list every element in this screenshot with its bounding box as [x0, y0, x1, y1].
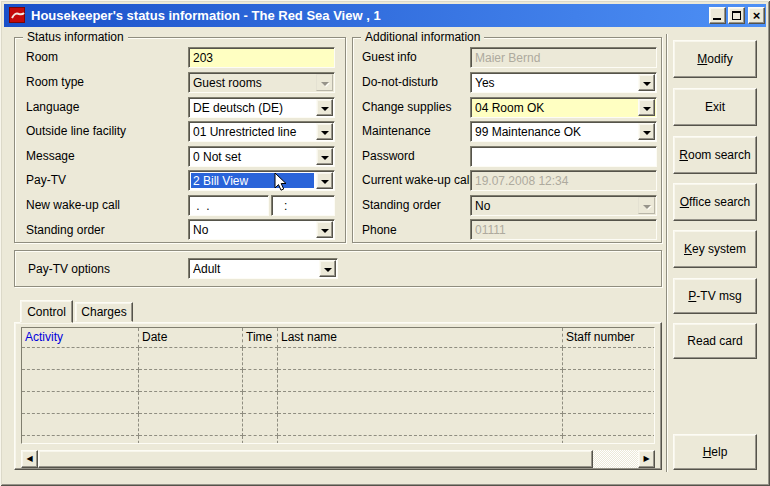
guest-info-value: Maier Bernd	[475, 51, 540, 65]
column-header-date[interactable]: Date	[139, 328, 243, 348]
standing-order-label: Standing order	[26, 223, 105, 237]
office-search-button[interactable]: Office search	[673, 183, 757, 221]
housekeeper-status-window: Housekeeper's status information - The R…	[0, 0, 770, 486]
read-card-button-label: Read card	[687, 334, 742, 348]
tab-control-label: Control	[27, 305, 66, 319]
table-row	[22, 348, 655, 370]
language-label: Language	[26, 100, 79, 114]
room-type-label: Room type	[26, 75, 84, 89]
room-type-value: Guest rooms	[193, 76, 314, 90]
column-header-time[interactable]: Time	[243, 328, 278, 348]
key-system-button[interactable]: Key system	[673, 230, 757, 268]
tab-panel: Activity Date Time Last name Staff numbe…	[14, 322, 662, 470]
scroll-right-icon: ▶	[643, 454, 649, 463]
do-not-disturb-select[interactable]: Yes	[470, 72, 657, 93]
close-button[interactable]: ×	[748, 7, 765, 24]
window-title: Housekeeper's status information - The R…	[31, 8, 381, 23]
change-supplies-select[interactable]: 04 Room OK	[470, 97, 657, 118]
room-input[interactable]: 203	[188, 47, 335, 68]
table-row	[22, 436, 655, 444]
red-sea-logo-icon	[11, 11, 25, 21]
dropdown-arrow-icon	[316, 74, 333, 91]
scroll-left-icon: ◀	[26, 454, 32, 463]
message-select[interactable]: 0 Not set	[188, 146, 335, 167]
current-wake-up-call-input: 19.07.2008 12:34	[470, 170, 657, 191]
dropdown-arrow-icon[interactable]	[638, 123, 655, 140]
phone-label: Phone	[362, 223, 397, 237]
room-type-select: Guest rooms	[188, 72, 335, 93]
pay-tv-select[interactable]: 2 Bill View	[188, 170, 335, 191]
panel-separator	[666, 34, 668, 472]
maximize-button[interactable]	[728, 7, 745, 24]
dropdown-arrow-icon[interactable]	[316, 99, 333, 116]
wake-up-date-mask: . .	[193, 199, 213, 213]
outside-line-facility-label: Outside line facility	[26, 124, 126, 138]
table-row	[22, 392, 655, 414]
table-header-row: Activity Date Time Last name Staff numbe…	[22, 328, 655, 348]
activity-table[interactable]: Activity Date Time Last name Staff numbe…	[21, 327, 655, 444]
scroll-left-button[interactable]: ◀	[21, 450, 38, 468]
additional-group-title: Additional information	[361, 30, 484, 44]
standing-order-value: No	[193, 223, 314, 237]
dropdown-arrow-icon[interactable]	[316, 172, 333, 189]
dropdown-arrow-icon[interactable]	[638, 99, 655, 116]
outside-line-facility-select[interactable]: 01 Unrestricted line	[188, 121, 335, 142]
scrollbar-thumb[interactable]	[38, 450, 593, 468]
wake-up-time-mask: :	[284, 199, 287, 213]
standing-order-2-select: No	[470, 195, 657, 216]
pay-tv-options-select[interactable]: Adult	[188, 258, 338, 279]
pay-tv-options-panel	[14, 250, 662, 287]
titlebar[interactable]: Housekeeper's status information - The R…	[4, 4, 766, 27]
guest-info-input: Maier Bernd	[470, 47, 657, 68]
tab-charges-label: Charges	[81, 305, 126, 319]
language-select[interactable]: DE deutsch (DE)	[188, 97, 335, 118]
outside-line-facility-value: 01 Unrestricted line	[193, 125, 314, 139]
wake-up-date-input[interactable]: . .	[188, 195, 269, 216]
maintenance-value: 99 Maintenance OK	[475, 125, 636, 139]
password-input[interactable]	[470, 146, 657, 167]
room-search-button[interactable]: Room search	[673, 136, 757, 174]
maintenance-select[interactable]: 99 Maintenance OK	[470, 121, 657, 142]
minimize-button[interactable]	[709, 7, 726, 24]
message-value: 0 Not set	[193, 150, 314, 164]
scroll-right-button[interactable]: ▶	[638, 450, 655, 468]
new-wake-up-call-label: New wake-up call	[26, 198, 120, 212]
dropdown-arrow-icon[interactable]	[316, 221, 333, 238]
tab-charges[interactable]: Charges	[75, 302, 133, 322]
minimize-icon	[713, 18, 721, 20]
column-header-last-name[interactable]: Last name	[278, 328, 563, 348]
wake-up-time-input[interactable]: :	[271, 195, 335, 216]
message-label: Message	[26, 149, 75, 163]
modify-button-label: Modify	[697, 52, 732, 66]
change-supplies-label: Change supplies	[362, 100, 451, 114]
help-button[interactable]: Help	[673, 434, 757, 470]
horizontal-scrollbar[interactable]: ◀ ▶	[21, 450, 655, 468]
dropdown-arrow-icon	[638, 197, 655, 214]
dropdown-arrow-icon[interactable]	[316, 148, 333, 165]
tab-control[interactable]: Control	[20, 300, 73, 323]
p-tv-msg-button[interactable]: P-TV msg	[673, 278, 757, 314]
modify-button[interactable]: Modify	[673, 40, 757, 78]
read-card-button[interactable]: Read card	[673, 323, 757, 359]
column-header-activity[interactable]: Activity	[22, 328, 139, 348]
standing-order-select[interactable]: No	[188, 219, 335, 240]
current-wake-up-call-label: Current wake-up call	[362, 173, 472, 187]
language-value: DE deutsch (DE)	[193, 101, 314, 115]
dropdown-arrow-icon[interactable]	[638, 74, 655, 91]
status-group-title: Status information	[23, 30, 128, 44]
dropdown-arrow-icon[interactable]	[319, 260, 336, 277]
phone-input: 01111	[470, 219, 657, 240]
dropdown-arrow-icon[interactable]	[316, 123, 333, 140]
column-header-staff-number[interactable]: Staff number	[563, 328, 655, 348]
p-tv-msg-button-label: P-TV msg	[688, 289, 741, 303]
pay-tv-selected-value: 2 Bill View	[191, 173, 314, 188]
app-icon[interactable]	[9, 7, 25, 23]
pay-tv-options-label: Pay-TV options	[28, 262, 110, 276]
password-label: Password	[362, 149, 415, 163]
exit-button[interactable]: Exit	[673, 88, 757, 126]
table-row	[22, 414, 655, 436]
close-icon: ×	[749, 8, 764, 23]
maintenance-label: Maintenance	[362, 124, 431, 138]
room-label: Room	[26, 50, 58, 64]
maximize-icon	[732, 11, 741, 20]
